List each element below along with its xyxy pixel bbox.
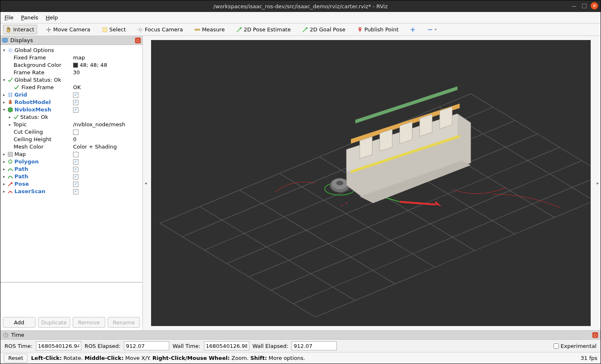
tool-measure[interactable]: Measure [192,25,227,34]
tool-focus-camera[interactable]: Focus Camera [135,25,186,34]
laserscan-checkbox[interactable]: ✓ [73,189,78,194]
nvblox-display-label[interactable]: NvbloxMesh [14,106,51,113]
check-icon [7,77,13,83]
tool-select[interactable]: Select [99,25,129,34]
tool-interact[interactable]: Interact [3,25,37,34]
global-status-label: Global Status: Ok [14,76,61,84]
grid-display-label[interactable]: Grid [14,91,27,99]
map-display-label[interactable]: Map [14,151,26,158]
path2-checkbox[interactable]: ✓ [73,174,78,180]
measure-icon [194,27,200,33]
expand-icon[interactable]: ▸ [2,188,6,195]
right-gutter-handle[interactable]: ▸ [595,36,601,330]
displays-panel-header[interactable]: Displays ○ [0,36,142,45]
title-bar: /workspaces/isaac_ros-dev/src/isaac_demo… [0,0,601,12]
polygon-display-label[interactable]: Polygon [14,158,39,165]
reset-button[interactable]: Reset [4,354,28,363]
bg-color-value[interactable]: 48; 48; 48 [80,61,107,69]
expand-icon[interactable]: ▸ [2,99,6,106]
menu-file[interactable]: File [5,14,14,21]
left-gutter-handle[interactable]: ◂ [143,36,149,330]
svg-rect-7 [9,101,12,104]
time-panel-close-icon[interactable]: ○ [592,332,598,338]
ros-time-label: ROS Time: [5,343,33,349]
tool-add[interactable] [407,25,419,34]
robotmodel-display-label[interactable]: RobotModel [14,99,51,106]
global-options-label: Global Options [14,47,54,54]
gear-icon [7,47,13,53]
tool-move-camera[interactable]: Move Camera [43,25,93,34]
menu-help[interactable]: Help [46,14,58,21]
expand-icon[interactable]: ▾ [2,106,6,113]
displays-tree[interactable]: ▾ Global Options Fixed Framemap Backgrou… [0,45,142,282]
expand-icon[interactable]: ▸ [2,151,6,158]
expand-icon[interactable]: ▸ [8,113,12,121]
add-button[interactable]: Add [3,317,35,328]
ros-time-input[interactable] [36,341,81,350]
frame-rate-value[interactable]: 30 [73,69,80,76]
hand-icon [6,27,12,33]
cut-ceiling-checkbox[interactable] [73,130,78,135]
path1-checkbox[interactable]: ✓ [73,167,78,172]
goal-pose-icon [302,27,308,33]
svg-point-35 [336,181,343,185]
displays-button-row: Add Duplicate Remove Rename [0,314,142,330]
wall-time-input[interactable] [204,341,249,350]
displays-panel-close-icon[interactable]: ○ [135,38,141,43]
pose-estimate-icon [236,27,242,33]
experimental-checkbox[interactable] [554,343,559,349]
expand-icon[interactable]: ▸ [2,165,6,173]
duplicate-button: Duplicate [38,317,71,328]
tool-2d-pose-estimate[interactable]: 2D Pose Estimate [233,25,293,34]
expand-icon[interactable]: ▸ [2,180,6,188]
expand-icon[interactable]: ▸ [8,121,12,128]
map-checkbox[interactable] [73,152,78,157]
mesh-color-value[interactable]: Color + Shading [73,143,117,151]
fixed-frame-value[interactable]: map [73,54,85,61]
maximize-button[interactable] [582,4,587,8]
mesh-icon [7,107,13,113]
tool-publish-point[interactable]: Publish Point [354,25,402,34]
fps-label: 31 fps [581,355,597,361]
rename-button: Rename [108,317,140,328]
close-window-button[interactable]: ✕ [591,2,598,9]
expand-icon[interactable]: ▸ [2,173,6,180]
cut-ceiling-label: Cut Ceiling [14,128,43,136]
svg-rect-4 [2,38,7,42]
bg-color-swatch[interactable] [73,63,78,68]
laserscan-display-label[interactable]: LaserScan [14,188,45,195]
pose-display-label[interactable]: Pose [14,180,29,188]
ros-elapsed-input[interactable] [124,341,169,350]
viewport-container [149,36,595,330]
expand-icon[interactable]: ▸ [2,158,6,165]
minimize-button[interactable]: — [570,2,578,9]
svg-rect-5 [4,42,6,43]
time-panel-header[interactable]: Time ○ [0,331,601,340]
wall-elapsed-input[interactable] [291,341,337,350]
expand-icon[interactable]: ▾ [2,47,6,54]
status-fixed-frame-label: Fixed Frame [21,84,54,91]
expand-icon[interactable]: ▸ [2,91,6,99]
path2-display-label[interactable]: Path [14,173,28,180]
status-fixed-frame-value: OK [73,84,81,91]
path-icon [7,174,13,180]
pose-checkbox[interactable]: ✓ [73,182,78,187]
3d-scene[interactable] [151,40,591,326]
svg-point-9 [9,102,10,102]
clock-icon [3,332,9,338]
polygon-checkbox[interactable]: ✓ [73,159,78,165]
svg-point-1 [139,28,141,31]
path1-display-label[interactable]: Path [14,165,28,173]
tool-2d-goal-pose[interactable]: 2D Goal Pose [299,25,348,34]
tool-remove[interactable]: ▾ [424,25,439,34]
expand-icon[interactable]: ▾ [2,76,6,84]
displays-panel: Displays ○ ▾ Global Options Fixed Framem… [0,36,143,330]
grid-checkbox[interactable]: ✓ [73,92,78,98]
nvblox-topic-value[interactable]: /nvblox_node/mesh [73,121,125,128]
experimental-label: Experimental [561,343,596,349]
menu-panels[interactable]: Panels [21,14,38,21]
ceiling-height-value[interactable]: 0 [73,136,76,143]
nvblox-checkbox[interactable]: ✓ [73,107,78,113]
robotmodel-checkbox[interactable]: ✓ [73,100,78,105]
nvblox-topic-label: Topic [13,121,27,128]
